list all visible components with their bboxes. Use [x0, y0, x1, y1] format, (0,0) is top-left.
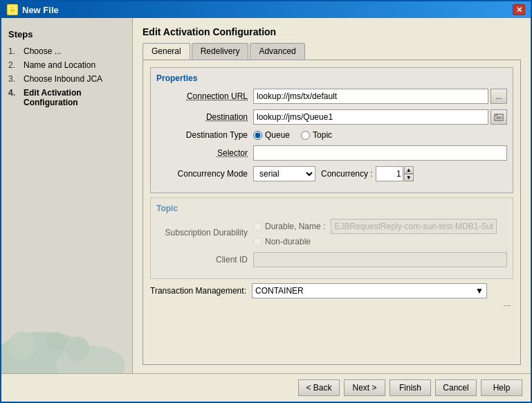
durable-name-label: Durable, Name :: [265, 222, 325, 231]
transaction-select-value: CONTAINER: [255, 286, 304, 296]
step-3: 3. Choose Inbound JCA: [8, 74, 125, 84]
window-title: New File: [22, 5, 59, 15]
cancel-button[interactable]: Cancel: [435, 379, 477, 396]
destination-type-row: Destination Type Queue Topic: [156, 130, 507, 140]
client-id-row: Client ID: [156, 252, 507, 267]
steps-list: 1. Choose ... 2. Name and Location 3. Ch…: [8, 46, 125, 107]
concurrency-mode-label: Concurrency Mode: [156, 169, 253, 179]
destination-type-radio-group: Queue Topic: [253, 130, 332, 140]
footer: < Back Next > Finish Cancel Help: [1, 373, 531, 402]
concurrency-label: Concurrency :: [321, 169, 373, 179]
concurrency-up-button[interactable]: ▲: [404, 166, 414, 174]
svg-rect-0: [9, 6, 16, 13]
footer-buttons: < Back Next > Finish Cancel Help: [298, 379, 522, 396]
concurrency-spinner-wrap: Concurrency : ▲ ▼: [321, 166, 414, 181]
selector-input[interactable]: [253, 145, 507, 161]
tabs-bar: General Redelivery Advanced: [143, 43, 521, 60]
svg-point-4: [8, 332, 36, 359]
transaction-management-row: Transaction Management: CONTAINER ▼: [150, 283, 513, 298]
concurrency-down-button[interactable]: ▼: [404, 174, 414, 181]
titlebar: New File ✕: [1, 1, 531, 18]
page-title: Edit Activation Configuration: [143, 26, 521, 37]
help-button[interactable]: Help: [481, 379, 522, 396]
durability-options: Durable, Name : Non-durable: [253, 219, 497, 247]
concurrency-mode-select[interactable]: serial parallel: [253, 166, 315, 181]
non-durable-label: Non-durable: [265, 237, 311, 247]
durable-name-radio-option: Durable, Name :: [253, 219, 497, 234]
sidebar-title: Steps: [8, 29, 125, 39]
transaction-select-display[interactable]: CONTAINER ▼: [252, 283, 487, 298]
topic-panel: Topic Subscription Durability Durable, N…: [150, 197, 513, 279]
connection-url-label: Connection URL: [156, 91, 253, 101]
content-area: Steps 1. Choose ... 2. Name and Location…: [1, 18, 531, 373]
selector-row: Selector: [156, 145, 507, 161]
durable-name-input: [331, 219, 497, 234]
topic-radio-option[interactable]: Topic: [301, 130, 332, 140]
selector-label: Selector: [156, 148, 253, 158]
svg-point-6: [65, 337, 90, 361]
connection-url-browse-button[interactable]: ...: [490, 89, 507, 104]
topic-section-label: Topic: [156, 204, 507, 213]
topic-radio-label: Topic: [313, 130, 332, 140]
durable-radio: [253, 222, 262, 231]
destination-browse-icon: [494, 113, 504, 121]
connection-url-input[interactable]: [253, 89, 488, 104]
close-button[interactable]: ✕: [513, 4, 525, 15]
tab-general[interactable]: General: [143, 43, 190, 60]
window-icon: [7, 4, 18, 15]
tab-advanced[interactable]: Advanced: [250, 43, 304, 60]
main-window: New File ✕ Steps 1. Choose ... 2. Name a…: [0, 0, 532, 403]
subscription-durability-row: Subscription Durability Durable, Name : …: [156, 219, 507, 247]
non-durable-radio-option: Non-durable: [253, 237, 497, 247]
properties-panel: Properties Connection URL ... Destinatio…: [150, 67, 513, 193]
next-button[interactable]: Next >: [344, 379, 385, 396]
properties-section-label: Properties: [156, 73, 507, 83]
tab-content-general: Properties Connection URL ... Destinatio…: [143, 60, 521, 365]
sidebar-decoration: [1, 290, 132, 373]
destination-row: Destination: [156, 109, 507, 125]
topic-radio[interactable]: [301, 131, 310, 140]
separator: —: [150, 301, 513, 309]
tab-redelivery[interactable]: Redelivery: [192, 43, 249, 60]
concurrency-spinner-buttons: ▲ ▼: [404, 166, 414, 181]
svg-rect-8: [495, 114, 498, 116]
destination-browse-button[interactable]: [490, 109, 507, 125]
sidebar: Steps 1. Choose ... 2. Name and Location…: [1, 18, 133, 373]
concurrency-mode-row: Concurrency Mode serial parallel Concurr…: [156, 166, 507, 181]
back-button[interactable]: < Back: [298, 379, 340, 396]
step-1: 1. Choose ...: [8, 46, 125, 56]
finish-button[interactable]: Finish: [389, 379, 431, 396]
svg-point-5: [47, 332, 66, 352]
destination-input[interactable]: [253, 109, 488, 125]
client-id-label: Client ID: [156, 255, 253, 265]
non-durable-radio: [253, 238, 262, 247]
queue-radio-label: Queue: [265, 130, 290, 140]
transaction-select-wrap: CONTAINER ▼: [252, 283, 487, 298]
destination-label: Destination: [156, 112, 253, 122]
subscription-durability-label: Subscription Durability: [156, 228, 253, 238]
destination-type-label: Destination Type: [156, 130, 253, 140]
concurrency-input[interactable]: [376, 166, 403, 181]
transaction-management-label: Transaction Management:: [150, 286, 246, 296]
main-panel: Edit Activation Configuration General Re…: [133, 18, 531, 373]
queue-radio-option[interactable]: Queue: [253, 130, 290, 140]
step-2: 2. Name and Location: [8, 60, 125, 70]
client-id-input: [253, 252, 507, 267]
connection-url-row: Connection URL ...: [156, 89, 507, 104]
queue-radio[interactable]: [253, 131, 262, 140]
transaction-dropdown-arrow-icon: ▼: [475, 286, 484, 296]
step-4: 4. Edit Activation Configuration: [8, 88, 125, 107]
